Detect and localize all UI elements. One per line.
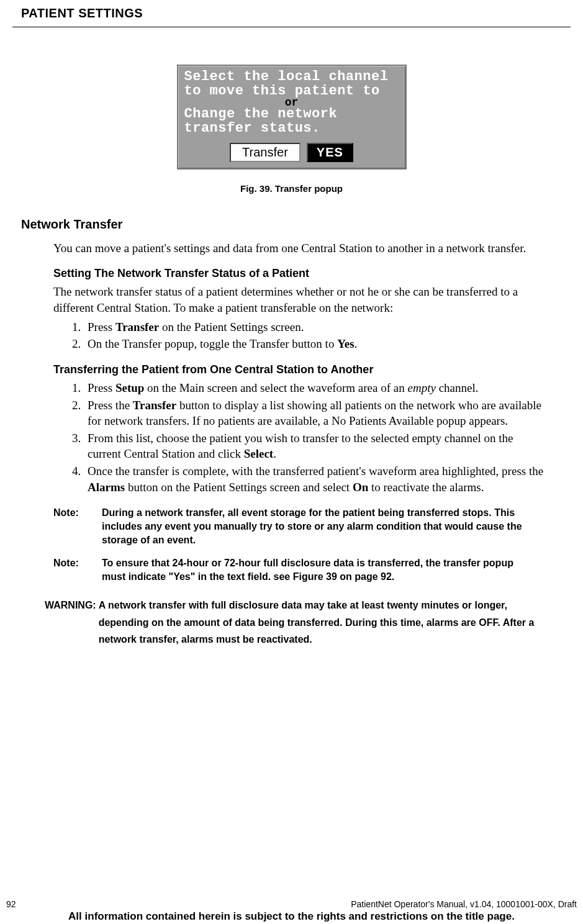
- note-text: To ensure that 24-hour or 72-hour full d…: [102, 556, 533, 583]
- page-footer: 92 PatientNet Operator's Manual, v1.04, …: [0, 899, 583, 923]
- transfer-popup: Select the local channel to move this pa…: [177, 65, 407, 170]
- step-bold: Setup: [115, 381, 144, 394]
- list-item: Press Transfer on the Patient Settings s…: [84, 319, 546, 335]
- yes-button[interactable]: YES: [307, 143, 353, 162]
- list-item: Press Setup on the Main screen and selec…: [84, 380, 546, 396]
- step-bold: Select: [244, 447, 273, 460]
- step-text: to reactivate the alarms.: [368, 481, 484, 494]
- step-bold: On: [353, 481, 368, 494]
- step-text: Press: [88, 320, 115, 333]
- step-text: Press the: [88, 399, 133, 412]
- step-italic: empty: [408, 381, 436, 394]
- step-text: Press: [88, 381, 115, 394]
- steps-list-2: Press Setup on the Main screen and selec…: [65, 380, 546, 495]
- intro-paragraph: You can move a patient's settings and da…: [53, 240, 546, 256]
- step-bold: Alarms: [88, 481, 125, 494]
- subsection-1-para: The network transfer status of a patient…: [53, 284, 546, 315]
- list-item: From this list, choose the patient you w…: [84, 430, 546, 462]
- section-heading: Network Transfer: [21, 217, 571, 232]
- popup-line4: transfer status.: [184, 121, 399, 135]
- step-bold: Yes: [337, 337, 354, 350]
- step-bold: Transfer: [115, 320, 159, 333]
- note-text: During a network transfer, all event sto…: [102, 506, 533, 546]
- figure-container: Select the local channel to move this pa…: [12, 65, 571, 170]
- note-label: Note:: [53, 556, 102, 583]
- step-text: on the Patient Settings screen.: [159, 320, 304, 333]
- note-1: Note: During a network transfer, all eve…: [53, 506, 533, 546]
- page-number: 92: [6, 899, 16, 909]
- warning: WARNING: A network transfer with full di…: [45, 597, 546, 648]
- step-text: button on the Patient Settings screen an…: [125, 481, 353, 494]
- popup-line3: Change the network: [184, 107, 399, 121]
- step-text: on the Main screen and select the wavefo…: [144, 381, 407, 394]
- header-rule: [12, 27, 571, 27]
- step-text: .: [273, 447, 276, 460]
- note-2: Note: To ensure that 24-hour or 72-hour …: [53, 556, 533, 583]
- note-label: Note:: [53, 506, 102, 546]
- warning-text: A network transfer with full disclosure …: [99, 597, 546, 648]
- page-header: PATIENT SETTINGS: [21, 6, 571, 20]
- step-text: channel.: [436, 381, 479, 394]
- step-bold: Transfer: [133, 399, 176, 412]
- subsection-1-title: Setting The Network Transfer Status of a…: [53, 267, 546, 280]
- list-item: On the Transfer popup, toggle the Transf…: [84, 336, 546, 352]
- steps-list-1: Press Transfer on the Patient Settings s…: [65, 319, 546, 352]
- subsection-2-title: Transferring the Patient from One Centra…: [53, 363, 546, 376]
- step-text: On the Transfer popup, toggle the Transf…: [88, 337, 337, 350]
- list-item: Press the Transfer button to display a l…: [84, 397, 546, 429]
- rights-notice: All information contained herein is subj…: [4, 910, 579, 923]
- doc-id: PatientNet Operator's Manual, v1.04, 100…: [351, 899, 577, 909]
- step-text: Once the transfer is complete, with the …: [88, 464, 543, 478]
- popup-line1: Select the local channel: [184, 70, 399, 84]
- list-item: Once the transfer is complete, with the …: [84, 463, 546, 495]
- step-text: From this list, choose the patient you w…: [88, 432, 513, 461]
- transfer-button[interactable]: Transfer: [230, 143, 301, 162]
- step-text: .: [355, 337, 358, 350]
- warning-label: WARNING:: [45, 597, 96, 648]
- figure-caption: Fig. 39. Transfer popup: [12, 183, 571, 194]
